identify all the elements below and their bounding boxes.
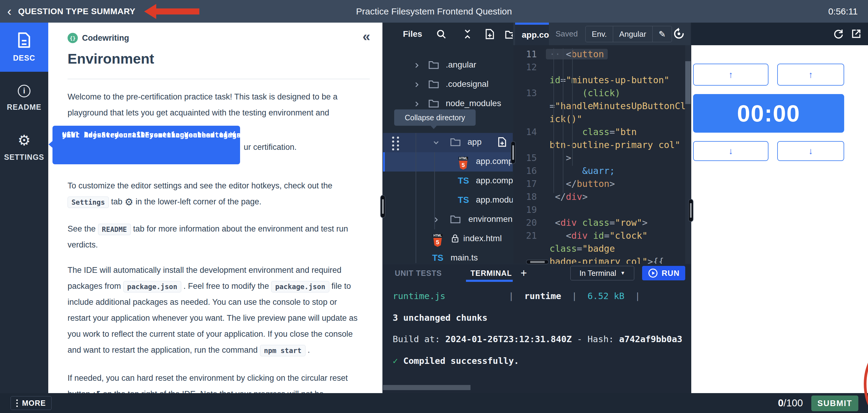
- tree-item-label: index.html: [463, 234, 502, 243]
- description-panel: {} Codewriting Environment « Welcome to …: [48, 23, 382, 393]
- arrow-down-icon: ↓: [809, 146, 813, 156]
- code-area[interactable]: 11·· <button12id="minutes-up-button"13 (…: [513, 45, 691, 264]
- tab-readme[interactable]: i README: [0, 78, 48, 118]
- line-number: [513, 138, 543, 151]
- tab-settings[interactable]: ⚙ SETTINGS: [0, 128, 48, 167]
- tree-item-label: .angular: [446, 60, 476, 70]
- code-line: 13 (click): [513, 87, 685, 99]
- terminal-line: ✓ Compiled successfully.: [393, 354, 519, 368]
- inline-code-chip: README: [98, 224, 131, 235]
- open-in-new-window-icon[interactable]: [851, 28, 862, 39]
- tab-description[interactable]: DESC: [0, 23, 48, 72]
- typescript-file-icon: TS: [458, 176, 469, 186]
- arrow-down-icon: ↓: [728, 146, 733, 156]
- tab-settings-label: SETTINGS: [4, 153, 44, 162]
- tree-item-app[interactable]: app: [383, 133, 513, 152]
- inline-code-chip: npm start: [260, 345, 306, 356]
- chevron-right-icon[interactable]: [412, 100, 421, 108]
- tree-item--codesignal[interactable]: .codesignal: [383, 75, 513, 94]
- edit-pencil-icon[interactable]: ✎: [652, 26, 672, 42]
- tab-terminal[interactable]: TERMINAL: [470, 264, 512, 282]
- back-button[interactable]: ‹ QUESTION TYPE SUMMARY: [7, 0, 135, 23]
- paragraph: To customize the editor settings and see…: [67, 178, 332, 210]
- chevron-down-icon[interactable]: [432, 138, 440, 147]
- terminal-header: UNIT TESTS TERMINAL + In Terminal ▼ RUN: [383, 264, 691, 282]
- resize-handle-terminal[interactable]: [526, 260, 549, 264]
- editor-tab-label: app.co: [522, 30, 549, 40]
- active-tab-underline: [466, 280, 513, 282]
- tree-item-environmen[interactable]: environmen: [383, 210, 513, 229]
- history-icon[interactable]: [673, 27, 685, 40]
- lock-icon: [451, 234, 460, 243]
- back-chevron-icon: ‹: [7, 1, 11, 22]
- tree-item-label: main.ts: [451, 253, 478, 262]
- code-line: ick()": [513, 113, 685, 125]
- tree-item-app-compo[interactable]: TSapp.compo: [383, 171, 513, 191]
- tree-item-app-module[interactable]: TSapp.module: [383, 191, 513, 210]
- new-file-icon[interactable]: [497, 136, 507, 148]
- run-button[interactable]: RUN: [642, 266, 685, 280]
- line-number: [513, 113, 543, 125]
- back-label: QUESTION TYPE SUMMARY: [18, 7, 135, 16]
- seconds-down-button[interactable]: ↓: [693, 141, 769, 161]
- score-indicator: 0 /100: [778, 393, 803, 413]
- add-terminal-tab-icon[interactable]: +: [521, 264, 527, 282]
- tree-item--angular[interactable]: .angular: [383, 56, 513, 75]
- folder-icon: [428, 79, 439, 89]
- editor-scrollbar-thumb[interactable]: [685, 61, 691, 104]
- html-file-icon: HTML5: [459, 155, 468, 170]
- editor-tab-app-component[interactable]: app.co: [515, 23, 549, 45]
- terminal-line: runtime.js | runtime | 6.52 kB |: [393, 289, 640, 303]
- code-line: 14 class="btn: [513, 125, 685, 138]
- terminal-line: Build at: 2024-01-26T23:12:31.840Z - Has…: [393, 332, 682, 346]
- heading-divider: [67, 79, 370, 79]
- document-icon: [17, 32, 31, 48]
- tooltip-arrow: [49, 141, 53, 148]
- terminal-scrollbar-thumb[interactable]: [383, 385, 470, 390]
- reset-icon: ↺: [93, 389, 101, 393]
- chevron-right-icon[interactable]: [412, 61, 421, 70]
- search-icon[interactable]: [436, 29, 447, 39]
- minutes-up-button[interactable]: ↑: [777, 64, 844, 86]
- collapse-panel-icon[interactable]: «: [363, 28, 370, 44]
- chevron-right-icon[interactable]: [432, 216, 440, 224]
- timer: 0:56:11: [828, 0, 858, 23]
- minutes-down-button[interactable]: ↓: [777, 141, 844, 161]
- indent-guide: [572, 48, 573, 166]
- drag-handle-icon[interactable]: [392, 136, 399, 151]
- top-bar: ‹ QUESTION TYPE SUMMARY Practice Filesys…: [0, 0, 868, 23]
- resize-handle-description-files[interactable]: [380, 195, 385, 218]
- tooltip-close-icon[interactable]: ×: [229, 128, 235, 140]
- refresh-icon[interactable]: [833, 28, 844, 40]
- tree-item-index-html[interactable]: HTML5index.html: [383, 229, 513, 249]
- inline-code-chip: package.json: [271, 281, 329, 292]
- more-button[interactable]: MORE: [10, 396, 52, 410]
- collapse-all-icon[interactable]: [462, 29, 473, 39]
- inline-code-chip: Settings: [67, 196, 109, 208]
- editor-header: app.co Saved Env. Angular ✎: [513, 23, 691, 45]
- resize-handle-files-editor[interactable]: [510, 141, 516, 164]
- new-folder-icon[interactable]: [505, 29, 513, 39]
- editor-settings-group: Env. Angular ✎: [585, 26, 672, 42]
- chevron-right-icon[interactable]: [412, 81, 421, 89]
- code-line: btn-outline-primary col": [513, 138, 685, 151]
- code-line: 12: [513, 61, 685, 73]
- code-line: 17 </button>: [513, 177, 685, 190]
- new-file-icon[interactable]: [484, 29, 495, 39]
- tree-item-main-ts[interactable]: TSmain.ts: [383, 249, 513, 263]
- framework-button[interactable]: Angular: [613, 26, 652, 42]
- files-title: Files: [403, 29, 422, 39]
- tree-item-app-compo[interactable]: HTML5app.compo: [383, 152, 513, 171]
- submit-button[interactable]: SUBMIT: [811, 395, 858, 411]
- run-target-dropdown[interactable]: In Terminal ▼: [570, 266, 634, 280]
- selected-indicator: [383, 152, 385, 171]
- arrow-up-icon: ↑: [728, 70, 733, 80]
- env-button[interactable]: Env.: [586, 26, 613, 42]
- tab-unit-tests[interactable]: UNIT TESTS: [395, 264, 442, 282]
- settings-notification-tooltip: NEW! Adjust your IDE settings ahead ofyo…: [53, 126, 240, 164]
- code-editor: app.co Saved Env. Angular ✎ 11·· <button…: [513, 23, 691, 264]
- line-number: 16: [513, 164, 543, 177]
- resize-handle-editor-preview[interactable]: [688, 199, 693, 222]
- seconds-up-button[interactable]: ↑: [693, 64, 769, 86]
- paragraph: If needed, you can hard reset the enviro…: [67, 370, 348, 393]
